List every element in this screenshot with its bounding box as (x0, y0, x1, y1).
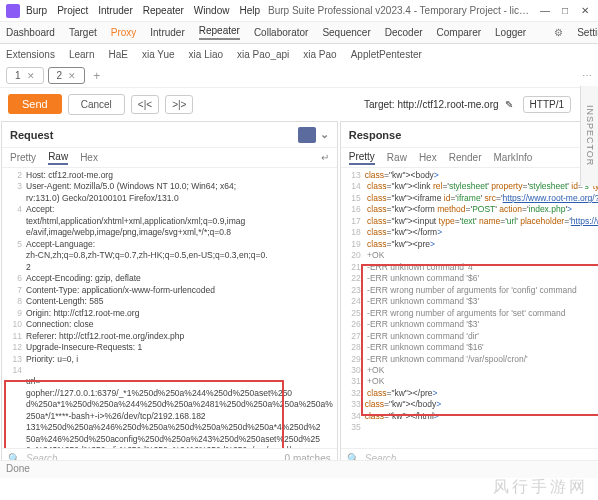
menu-window[interactable]: Window (194, 5, 230, 16)
response-line: 18 class="kw"></form> (345, 227, 598, 238)
minimize-icon[interactable]: — (538, 5, 552, 16)
forward-button[interactable]: >|> (165, 95, 193, 114)
tab-comparer[interactable]: Comparer (437, 27, 481, 38)
res-tab-pretty[interactable]: Pretty (349, 151, 375, 165)
request-line: 14 (6, 365, 333, 376)
request-panel: Request ⌄ Pretty Raw Hex ↵ 2Host: ctf12.… (1, 121, 338, 469)
res-tab-render[interactable]: Render (449, 152, 482, 163)
gear-icon[interactable]: ⚙ (554, 27, 563, 38)
request-title: Request (10, 129, 53, 141)
titlebar: Burp Project Intruder Repeater Window He… (0, 0, 598, 22)
menu-bar: Burp Project Intruder Repeater Window He… (26, 5, 260, 16)
menu-repeater[interactable]: Repeater (143, 5, 184, 16)
send-button[interactable]: Send (8, 94, 62, 114)
inspector-label: INSPECTOR (585, 105, 595, 166)
highlight-box-response (361, 264, 598, 416)
req-wrap-icon[interactable]: ↵ (321, 152, 329, 163)
res-tab-markinfo[interactable]: MarkInfo (493, 152, 532, 163)
menu-intruder[interactable]: Intruder (98, 5, 132, 16)
request-line: 12Upgrade-Insecure-Requests: 1 (6, 342, 333, 353)
cancel-button[interactable]: Cancel (68, 94, 125, 115)
tab-settings[interactable]: Settings (577, 27, 598, 38)
response-body[interactable]: 13class="kw"><body>14 class="kw"><link r… (341, 168, 598, 448)
request-line: 5Accept-Language: (6, 239, 333, 250)
http-version-selector[interactable]: HTTP/1 (523, 96, 571, 113)
request-line: 13Priority: u=0, i (6, 354, 333, 365)
response-line: 35 (345, 422, 598, 433)
request-view-tabs: Pretty Raw Hex ↵ (2, 148, 337, 168)
maximize-icon[interactable]: □ (558, 5, 572, 16)
panel-menu-icon[interactable] (298, 127, 316, 143)
res-tab-raw[interactable]: Raw (387, 152, 407, 163)
subtab-appletpentester[interactable]: AppletPentester (351, 49, 422, 60)
subtab-xia-pao-api[interactable]: xia Pao_api (237, 49, 289, 60)
response-view-tabs: Pretty Raw Hex Render MarkInfo ↵ (341, 148, 598, 168)
req-tab-hex[interactable]: Hex (80, 152, 98, 163)
status-bar: Done (0, 460, 598, 478)
subtab-hae[interactable]: HaE (109, 49, 128, 60)
tab-decoder[interactable]: Decoder (385, 27, 423, 38)
repeater-toolbar: Send Cancel <|< >|> Target: http://ctf12… (0, 88, 598, 120)
response-line: 13class="kw"><body> (345, 170, 598, 181)
more-icon[interactable]: ⋯ (582, 70, 592, 81)
status-text: Done (6, 463, 30, 474)
tab-collaborator[interactable]: Collaborator (254, 27, 308, 38)
response-line: 19 class="kw"><pre> (345, 239, 598, 250)
response-line: 14 class="kw"><link rel='stylesheet' pro… (345, 181, 598, 192)
res-tab-hex[interactable]: Hex (419, 152, 437, 163)
back-button[interactable]: <|< (131, 95, 159, 114)
subtab-xia-yue[interactable]: xia Yue (142, 49, 175, 60)
tab-intruder[interactable]: Intruder (150, 27, 184, 38)
request-line: 10Connection: close (6, 319, 333, 330)
highlight-box-request (4, 380, 284, 448)
close-icon[interactable]: ✕ (578, 5, 592, 16)
app-logo (6, 4, 20, 18)
close-tab-icon[interactable]: ✕ (68, 71, 76, 81)
req-tab-pretty[interactable]: Pretty (10, 152, 36, 163)
response-line: 17 class="kw"><input type='text' name='u… (345, 216, 598, 227)
request-header: Request ⌄ (2, 122, 337, 148)
target-edit-icon[interactable]: ✎ (505, 99, 513, 110)
tab-target[interactable]: Target (69, 27, 97, 38)
request-line: rv:131.0) Gecko/20100101 Firefox/131.0 (6, 193, 333, 204)
request-line: e/avif,image/webp,image/png,image/svg+xm… (6, 227, 333, 238)
window-title: Burp Suite Professional v2023.4 - Tempor… (260, 5, 538, 16)
subtab-learn[interactable]: Learn (69, 49, 95, 60)
target-label: Target: http://ctf12.root-me.org (364, 99, 499, 110)
extension-tabs: Extensions Learn HaE xia Yue xia Liao xi… (0, 44, 598, 64)
tab-logger[interactable]: Logger (495, 27, 526, 38)
tab-repeater[interactable]: Repeater (199, 25, 240, 40)
request-line: text/html,application/xhtml+xml,applicat… (6, 216, 333, 227)
panel-chevron-icon[interactable]: ⌄ (320, 128, 329, 141)
module-tabs: Dashboard Target Proxy Intruder Repeater… (0, 22, 598, 44)
repeater-request-tabs: 1 ✕ 2 ✕ + ⋯ (0, 64, 598, 88)
request-line: 7Content-Type: application/x-www-form-ur… (6, 285, 333, 296)
subtab-xia-pao[interactable]: xia Pao (303, 49, 336, 60)
request-tab-1[interactable]: 1 ✕ (6, 67, 44, 84)
request-line: 2Host: ctf12.root-me.org (6, 170, 333, 181)
response-title: Response (349, 129, 402, 141)
request-tab-1-label: 1 (15, 70, 21, 81)
request-line: 9Origin: http://ctf12.root-me.org (6, 308, 333, 319)
menu-help[interactable]: Help (239, 5, 260, 16)
tab-sequencer[interactable]: Sequencer (322, 27, 370, 38)
request-line: 6Accept-Encoding: gzip, deflate (6, 273, 333, 284)
menu-project[interactable]: Project (57, 5, 88, 16)
tab-proxy[interactable]: Proxy (111, 27, 137, 38)
close-tab-icon[interactable]: ✕ (27, 71, 35, 81)
request-line: zh-CN,zh;q=0.8,zh-TW;q=0.7,zh-HK;q=0.5,e… (6, 250, 333, 261)
response-line: 20 +OK (345, 250, 598, 261)
request-tab-2[interactable]: 2 ✕ (48, 67, 86, 84)
subtab-extensions[interactable]: Extensions (6, 49, 55, 60)
request-body[interactable]: 2Host: ctf12.root-me.org3User-Agent: Moz… (2, 168, 337, 448)
tab-dashboard[interactable]: Dashboard (6, 27, 55, 38)
inspector-tab[interactable]: INSPECTOR (580, 86, 598, 186)
subtab-xia-liao[interactable]: xia Liao (189, 49, 223, 60)
watermark: 风行手游网 (493, 477, 588, 498)
menu-burp[interactable]: Burp (26, 5, 47, 16)
response-line: 15 class="kw"><iframe id='iframe' src='h… (345, 193, 598, 204)
req-tab-raw[interactable]: Raw (48, 151, 68, 165)
request-line: 8Content-Length: 585 (6, 296, 333, 307)
request-line: 11Referer: http://ctf12.root-me.org/inde… (6, 331, 333, 342)
add-tab-icon[interactable]: + (89, 69, 104, 83)
